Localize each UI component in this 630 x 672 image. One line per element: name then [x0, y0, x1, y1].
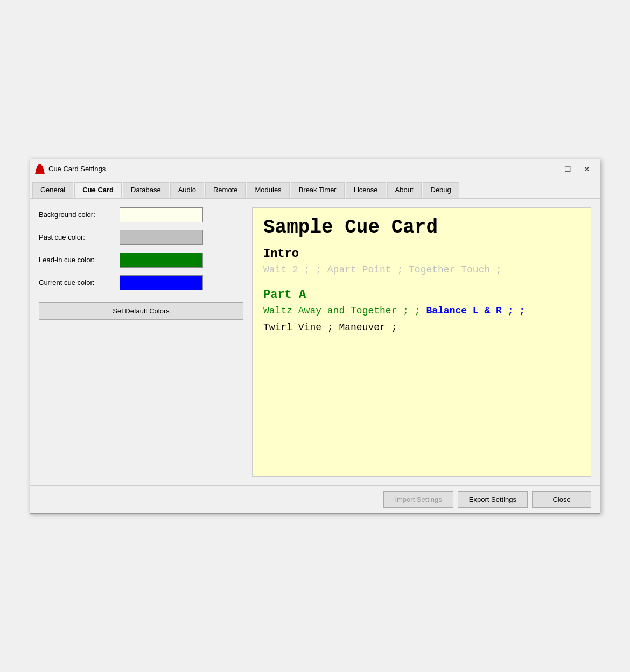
maximize-button[interactable]: ☐	[559, 163, 576, 176]
background-color-label: Background color:	[39, 211, 114, 219]
tab-modules[interactable]: Modules	[247, 182, 289, 198]
background-color-swatch[interactable]	[120, 207, 203, 222]
title-bar: Cue Card Settings — ☐ ✕	[30, 159, 600, 179]
past-cue-color-row: Past cue color:	[39, 230, 243, 245]
window-controls: — ☐ ✕	[540, 163, 596, 176]
close-button[interactable]: Close	[532, 491, 591, 508]
title-bar-left: Cue Card Settings	[34, 164, 106, 174]
tab-bar: General Cue Card Database Audio Remote M…	[30, 179, 600, 199]
background-color-row: Background color:	[39, 207, 243, 222]
export-settings-button[interactable]: Export Settings	[458, 491, 528, 508]
sample-card-title: Sample Cue Card	[263, 216, 580, 239]
lead-in-color-row: Lead-in cue color:	[39, 253, 243, 268]
part-a-line1-before: Waltz Away and Together ; ;	[263, 305, 426, 316]
current-cue-color-row: Current cue color:	[39, 275, 243, 290]
tab-database[interactable]: Database	[123, 182, 169, 198]
tab-about[interactable]: About	[387, 182, 422, 198]
tab-general[interactable]: General	[32, 182, 73, 198]
import-settings-button[interactable]: Import Settings	[383, 491, 453, 508]
sample-part-a-label: Part A	[263, 288, 580, 302]
main-window: Cue Card Settings — ☐ ✕ General Cue Card…	[30, 159, 600, 514]
svg-point-1	[38, 164, 41, 167]
part-a-line1-current: Balance L & R ; ;	[426, 305, 525, 316]
sample-part-a-line2: Twirl Vine ; Maneuver ;	[263, 320, 580, 335]
lead-in-color-swatch[interactable]	[120, 253, 203, 268]
tab-debug[interactable]: Debug	[423, 182, 459, 198]
sample-cue-card: Sample Cue Card Intro Wait 2 ; ; Apart P…	[252, 207, 591, 477]
sample-intro-text: Wait 2 ; ; Apart Point ; Together Touch …	[263, 263, 580, 277]
footer: Import Settings Export Settings Close	[30, 485, 600, 513]
app-icon	[34, 164, 45, 174]
tab-audio[interactable]: Audio	[170, 182, 204, 198]
current-cue-color-label: Current cue color:	[39, 278, 114, 286]
tab-remote[interactable]: Remote	[205, 182, 246, 198]
set-default-colors-button[interactable]: Set Default Colors	[39, 302, 243, 320]
past-cue-color-swatch[interactable]	[120, 230, 203, 245]
left-panel: Background color: Past cue color: Lead-i…	[39, 207, 243, 477]
tab-break-timer[interactable]: Break Timer	[291, 182, 345, 198]
lead-in-color-label: Lead-in cue color:	[39, 256, 114, 264]
window-title: Cue Card Settings	[48, 165, 106, 173]
minimize-button[interactable]: —	[540, 163, 557, 176]
past-cue-color-label: Past cue color:	[39, 233, 114, 241]
sample-intro-label: Intro	[263, 247, 580, 261]
sample-part-a-line1: Waltz Away and Together ; ; Balance L & …	[263, 304, 580, 318]
tab-cue-card[interactable]: Cue Card	[74, 182, 122, 198]
close-window-button[interactable]: ✕	[578, 163, 596, 176]
main-content: Background color: Past cue color: Lead-i…	[30, 199, 600, 485]
tab-license[interactable]: License	[346, 182, 386, 198]
current-cue-color-swatch[interactable]	[120, 275, 203, 290]
